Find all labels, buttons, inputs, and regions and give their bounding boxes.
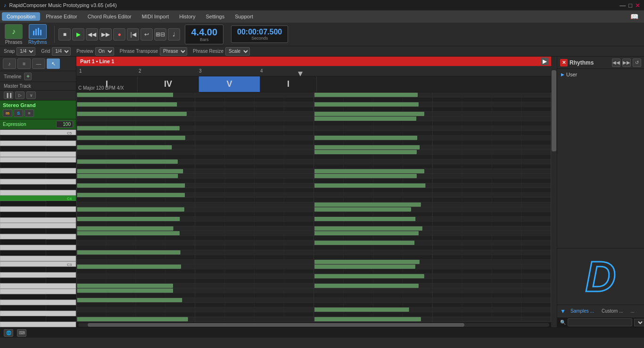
status-btn-2[interactable]: ⌨ — [17, 329, 26, 337]
controls-strip: Snap 1/4 1/8 1/2 Grid 1/4 1/8 1/2 Previe… — [0, 46, 644, 57]
menu-settings[interactable]: Settings — [201, 12, 229, 21]
snap-select[interactable]: 1/4 1/8 1/2 — [17, 47, 35, 56]
part-expand-button[interactable]: ▶ — [541, 58, 548, 65]
piano-keyboard — [0, 130, 76, 327]
view-btn-velocity[interactable]: — — [32, 58, 45, 69]
brand-logo: D — [586, 256, 616, 298]
track-info: Stereo Grand m S ≡ — [0, 100, 76, 119]
close-button[interactable]: ✕ — [635, 2, 640, 9]
d-logo: D — [557, 248, 644, 305]
status-btn-1[interactable]: 🌐 — [4, 329, 13, 337]
phrase-resize-control: Phrase Resize Scale Crop — [193, 47, 250, 56]
grid-select[interactable]: 1/4 1/8 1/2 — [52, 47, 71, 56]
piano-roll[interactable] — [76, 92, 551, 322]
rhythms-refresh-button[interactable]: ↺ — [633, 58, 641, 67]
rhythms-label: Rhythms — [28, 40, 47, 45]
vertical-scrollbar[interactable] — [551, 57, 557, 327]
rewind-button[interactable]: ◀◀ — [86, 28, 98, 41]
rhythms-back-button[interactable]: ◀◀ — [612, 58, 620, 67]
play-button[interactable]: ▶ — [72, 28, 84, 41]
toolbar: ♪ Phrases Rhythms ■ ▶ ◀◀ ▶▶ ● |◀ ↩ ⊞⊟ ♩ … — [0, 23, 644, 46]
view-btn-chords[interactable]: ≡ — [17, 58, 31, 69]
tab-custom[interactable]: Custom ... — [599, 307, 626, 315]
phrases-icon: ♪ — [5, 24, 23, 39]
chord-IV[interactable]: IV — [138, 76, 199, 92]
phrase-resize-select[interactable]: Scale Crop — [225, 47, 250, 56]
mute-button[interactable]: m — [3, 109, 12, 117]
preview-select[interactable]: On Off — [95, 47, 114, 56]
search-row: 🔍 — [557, 317, 644, 327]
seconds-label: Seconds — [237, 36, 282, 41]
phrase-transpose-select[interactable]: Phrase Scale — [160, 47, 187, 56]
loop-start-button[interactable]: |◀ — [127, 28, 139, 41]
left-track-area: ♪ ≡ — ↖ Timeline + Master Track ▐▐ ▷ ∨ S… — [0, 57, 76, 327]
filter-icon: ▼ — [560, 308, 566, 315]
master-track-controls: ▐▐ ▷ ∨ — [0, 91, 76, 100]
rhythms-fwd-button[interactable]: ▶▶ — [622, 58, 631, 67]
rhythms-header: ✕ Rhythms ◀◀ ▶▶ ↺ — [557, 57, 644, 69]
add-timeline-button[interactable]: + — [24, 73, 32, 80]
tree-item-user[interactable]: ▶ User — [559, 71, 642, 78]
track-controls-row: m S ≡ — [3, 109, 73, 117]
snap-control: Snap 1/4 1/8 1/2 — [4, 47, 35, 56]
title-bar-controls: — □ ✕ — [619, 2, 640, 9]
title-bar: ♪ RapidComposer Music Prototyping v3.65 … — [0, 0, 644, 10]
search-input[interactable] — [568, 318, 632, 326]
maximize-button[interactable]: □ — [628, 2, 632, 9]
bar-ruler: 1 2 3 4 — [76, 66, 551, 76]
master-toggle-1[interactable]: ▐▐ — [4, 91, 13, 99]
menu-history[interactable]: History — [174, 12, 200, 21]
track-name: Stereo Grand — [3, 102, 73, 108]
phrases-label: Phrases — [5, 40, 23, 45]
menu-composition[interactable]: Composition — [2, 12, 40, 21]
menu-chord-rules[interactable]: Chord Rules Editor — [83, 12, 136, 21]
playhead-marker — [298, 66, 303, 76]
phrases-button[interactable]: ♪ Phrases — [5, 24, 23, 45]
tab-more[interactable]: ... — [628, 307, 637, 315]
bars-value: 4.4.00 — [191, 27, 217, 37]
expression-row: Expression 100 — [0, 119, 76, 130]
svg-rect-2 — [38, 28, 39, 35]
bars-display: 4.4.00 Bars — [185, 25, 223, 44]
search-icon: 🔍 — [560, 320, 566, 325]
bookmarks-icon[interactable]: 📖 — [627, 13, 642, 20]
vertical-scrollbar-thumb[interactable] — [552, 70, 556, 151]
scrollbar-thumb[interactable] — [88, 323, 464, 327]
rhythms-button[interactable]: Rhythms — [28, 24, 47, 45]
fast-forward-button[interactable]: ▶▶ — [99, 28, 112, 41]
snap-label: Snap — [4, 49, 15, 54]
rhythms-icon — [29, 24, 47, 39]
rhythms-tree: ▶ User — [557, 69, 644, 248]
stop-button[interactable]: ■ — [58, 28, 71, 41]
tab-samples[interactable]: Samples ... — [568, 307, 597, 315]
metronome-button[interactable]: ♩ — [168, 28, 180, 41]
transport-controls: ■ ▶ ◀◀ ▶▶ ● |◀ ↩ ⊞⊟ ♩ — [58, 28, 180, 41]
view-buttons: ♪ ≡ — ↖ — [0, 57, 76, 71]
close-rhythms-button[interactable]: ✕ — [560, 59, 568, 66]
app-icon: ♪ — [4, 2, 7, 8]
loop-button[interactable]: ↩ — [140, 28, 153, 41]
seconds-value: 00:00:07.500 — [237, 28, 282, 36]
tree-label-user: User — [566, 72, 577, 77]
scrollbar-x[interactable] — [76, 322, 551, 327]
chord-I-2[interactable]: I — [260, 76, 317, 92]
menu-support[interactable]: Support — [230, 12, 258, 21]
menu-phrase-editor[interactable]: Phrase Editor — [41, 12, 82, 21]
scrollbar-track[interactable] — [78, 323, 549, 327]
settings-track-button[interactable]: ≡ — [25, 109, 34, 117]
rhythms-footer: ▼ Samples ... Custom ... ... — [557, 305, 644, 317]
search-dropdown[interactable] — [634, 319, 644, 326]
menu-bar: Composition Phrase Editor Chord Rules Ed… — [0, 10, 644, 23]
record-button[interactable]: ● — [113, 28, 125, 41]
master-toggle-3[interactable]: ∨ — [26, 91, 36, 99]
solo-button[interactable]: S — [14, 109, 23, 117]
view-btn-notes[interactable]: ♪ — [3, 58, 16, 69]
rhythms-title: Rhythms — [570, 59, 610, 66]
master-toggle-2[interactable]: ▷ — [15, 91, 25, 99]
main-editor: Part 1 • Line 1 ▶ 1 2 3 4 I IV V I C Maj… — [76, 57, 551, 327]
minimize-button[interactable]: — — [619, 2, 626, 9]
snap-button[interactable]: ⊞⊟ — [154, 28, 166, 41]
chord-V[interactable]: V — [199, 76, 260, 92]
view-btn-cursor[interactable]: ↖ — [47, 58, 60, 69]
menu-midi-import[interactable]: MIDI Import — [137, 12, 173, 21]
